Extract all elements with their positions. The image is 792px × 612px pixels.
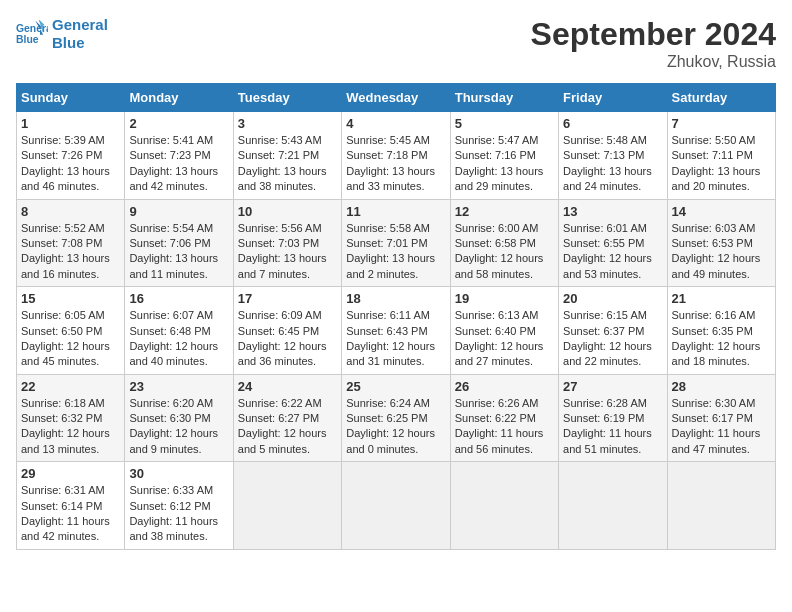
day-info: Sunrise: 6:15 AM Sunset: 6:37 PM Dayligh… — [563, 308, 662, 370]
day-number: 22 — [21, 379, 120, 394]
day-number: 7 — [672, 116, 771, 131]
day-info: Sunrise: 5:39 AM Sunset: 7:26 PM Dayligh… — [21, 133, 120, 195]
calendar-table: Sunday Monday Tuesday Wednesday Thursday… — [16, 83, 776, 550]
day-info: Sunrise: 6:05 AM Sunset: 6:50 PM Dayligh… — [21, 308, 120, 370]
sunset-label: Sunset: 6:55 PM — [563, 237, 644, 249]
day-info: Sunrise: 6:20 AM Sunset: 6:30 PM Dayligh… — [129, 396, 228, 458]
sunrise-label: Sunrise: 6:15 AM — [563, 309, 647, 321]
daylight-label: Daylight: 12 hours and 53 minutes. — [563, 252, 652, 279]
daylight-label: Daylight: 11 hours and 51 minutes. — [563, 427, 652, 454]
daylight-label: Daylight: 12 hours and 18 minutes. — [672, 340, 761, 367]
calendar-week-2: 8 Sunrise: 5:52 AM Sunset: 7:08 PM Dayli… — [17, 199, 776, 287]
sunset-label: Sunset: 7:26 PM — [21, 149, 102, 161]
day-number: 25 — [346, 379, 445, 394]
sunset-label: Sunset: 6:17 PM — [672, 412, 753, 424]
daylight-label: Daylight: 12 hours and 58 minutes. — [455, 252, 544, 279]
calendar-cell: 4 Sunrise: 5:45 AM Sunset: 7:18 PM Dayli… — [342, 112, 450, 200]
sunrise-label: Sunrise: 5:48 AM — [563, 134, 647, 146]
daylight-label: Daylight: 12 hours and 27 minutes. — [455, 340, 544, 367]
header-wednesday: Wednesday — [342, 84, 450, 112]
daylight-label: Daylight: 13 hours and 11 minutes. — [129, 252, 218, 279]
calendar-week-1: 1 Sunrise: 5:39 AM Sunset: 7:26 PM Dayli… — [17, 112, 776, 200]
sunset-label: Sunset: 7:23 PM — [129, 149, 210, 161]
day-number: 29 — [21, 466, 120, 481]
sunrise-label: Sunrise: 5:50 AM — [672, 134, 756, 146]
calendar-cell — [667, 462, 775, 550]
sunrise-label: Sunrise: 6:22 AM — [238, 397, 322, 409]
daylight-label: Daylight: 13 hours and 42 minutes. — [129, 165, 218, 192]
calendar-cell: 12 Sunrise: 6:00 AM Sunset: 6:58 PM Dayl… — [450, 199, 558, 287]
calendar-cell: 17 Sunrise: 6:09 AM Sunset: 6:45 PM Dayl… — [233, 287, 341, 375]
sunrise-label: Sunrise: 6:30 AM — [672, 397, 756, 409]
daylight-label: Daylight: 11 hours and 42 minutes. — [21, 515, 110, 542]
daylight-label: Daylight: 13 hours and 29 minutes. — [455, 165, 544, 192]
day-info: Sunrise: 6:01 AM Sunset: 6:55 PM Dayligh… — [563, 221, 662, 283]
day-info: Sunrise: 5:41 AM Sunset: 7:23 PM Dayligh… — [129, 133, 228, 195]
sunrise-label: Sunrise: 5:47 AM — [455, 134, 539, 146]
calendar-cell — [450, 462, 558, 550]
daylight-label: Daylight: 12 hours and 49 minutes. — [672, 252, 761, 279]
daylight-label: Daylight: 12 hours and 9 minutes. — [129, 427, 218, 454]
sunset-label: Sunset: 6:32 PM — [21, 412, 102, 424]
sunrise-label: Sunrise: 6:11 AM — [346, 309, 430, 321]
day-info: Sunrise: 6:30 AM Sunset: 6:17 PM Dayligh… — [672, 396, 771, 458]
sunset-label: Sunset: 6:35 PM — [672, 325, 753, 337]
sunset-label: Sunset: 7:21 PM — [238, 149, 319, 161]
daylight-label: Daylight: 13 hours and 20 minutes. — [672, 165, 761, 192]
header-tuesday: Tuesday — [233, 84, 341, 112]
day-info: Sunrise: 6:26 AM Sunset: 6:22 PM Dayligh… — [455, 396, 554, 458]
calendar-cell: 28 Sunrise: 6:30 AM Sunset: 6:17 PM Dayl… — [667, 374, 775, 462]
daylight-label: Daylight: 11 hours and 47 minutes. — [672, 427, 761, 454]
logo-text-blue: Blue — [52, 34, 108, 52]
day-number: 9 — [129, 204, 228, 219]
daylight-label: Daylight: 13 hours and 33 minutes. — [346, 165, 435, 192]
sunset-label: Sunset: 7:01 PM — [346, 237, 427, 249]
calendar-cell: 23 Sunrise: 6:20 AM Sunset: 6:30 PM Dayl… — [125, 374, 233, 462]
sunset-label: Sunset: 6:58 PM — [455, 237, 536, 249]
sunset-label: Sunset: 6:40 PM — [455, 325, 536, 337]
day-info: Sunrise: 6:03 AM Sunset: 6:53 PM Dayligh… — [672, 221, 771, 283]
daylight-label: Daylight: 12 hours and 13 minutes. — [21, 427, 110, 454]
daylight-label: Daylight: 13 hours and 16 minutes. — [21, 252, 110, 279]
calendar-cell: 7 Sunrise: 5:50 AM Sunset: 7:11 PM Dayli… — [667, 112, 775, 200]
day-number: 11 — [346, 204, 445, 219]
sunset-label: Sunset: 6:19 PM — [563, 412, 644, 424]
sunset-label: Sunset: 6:45 PM — [238, 325, 319, 337]
sunset-label: Sunset: 7:03 PM — [238, 237, 319, 249]
sunrise-label: Sunrise: 5:41 AM — [129, 134, 213, 146]
svg-text:Blue: Blue — [16, 34, 39, 45]
sunset-label: Sunset: 6:22 PM — [455, 412, 536, 424]
calendar-cell: 16 Sunrise: 6:07 AM Sunset: 6:48 PM Dayl… — [125, 287, 233, 375]
day-info: Sunrise: 5:48 AM Sunset: 7:13 PM Dayligh… — [563, 133, 662, 195]
calendar-cell: 8 Sunrise: 5:52 AM Sunset: 7:08 PM Dayli… — [17, 199, 125, 287]
sunset-label: Sunset: 6:53 PM — [672, 237, 753, 249]
sunset-label: Sunset: 7:18 PM — [346, 149, 427, 161]
day-info: Sunrise: 5:52 AM Sunset: 7:08 PM Dayligh… — [21, 221, 120, 283]
sunrise-label: Sunrise: 5:45 AM — [346, 134, 430, 146]
sunrise-label: Sunrise: 6:18 AM — [21, 397, 105, 409]
sunrise-label: Sunrise: 6:09 AM — [238, 309, 322, 321]
calendar-cell: 29 Sunrise: 6:31 AM Sunset: 6:14 PM Dayl… — [17, 462, 125, 550]
sunrise-label: Sunrise: 6:16 AM — [672, 309, 756, 321]
sunrise-label: Sunrise: 6:03 AM — [672, 222, 756, 234]
day-info: Sunrise: 5:45 AM Sunset: 7:18 PM Dayligh… — [346, 133, 445, 195]
day-info: Sunrise: 5:43 AM Sunset: 7:21 PM Dayligh… — [238, 133, 337, 195]
daylight-label: Daylight: 13 hours and 38 minutes. — [238, 165, 327, 192]
sunset-label: Sunset: 6:27 PM — [238, 412, 319, 424]
day-number: 19 — [455, 291, 554, 306]
calendar-week-3: 15 Sunrise: 6:05 AM Sunset: 6:50 PM Dayl… — [17, 287, 776, 375]
calendar-cell: 11 Sunrise: 5:58 AM Sunset: 7:01 PM Dayl… — [342, 199, 450, 287]
calendar-cell: 21 Sunrise: 6:16 AM Sunset: 6:35 PM Dayl… — [667, 287, 775, 375]
daylight-label: Daylight: 13 hours and 46 minutes. — [21, 165, 110, 192]
day-info: Sunrise: 6:09 AM Sunset: 6:45 PM Dayligh… — [238, 308, 337, 370]
day-number: 26 — [455, 379, 554, 394]
calendar-cell: 15 Sunrise: 6:05 AM Sunset: 6:50 PM Dayl… — [17, 287, 125, 375]
header-sunday: Sunday — [17, 84, 125, 112]
day-info: Sunrise: 6:18 AM Sunset: 6:32 PM Dayligh… — [21, 396, 120, 458]
sunrise-label: Sunrise: 6:31 AM — [21, 484, 105, 496]
day-number: 5 — [455, 116, 554, 131]
calendar-week-4: 22 Sunrise: 6:18 AM Sunset: 6:32 PM Dayl… — [17, 374, 776, 462]
calendar-cell: 3 Sunrise: 5:43 AM Sunset: 7:21 PM Dayli… — [233, 112, 341, 200]
day-number: 6 — [563, 116, 662, 131]
day-info: Sunrise: 6:07 AM Sunset: 6:48 PM Dayligh… — [129, 308, 228, 370]
